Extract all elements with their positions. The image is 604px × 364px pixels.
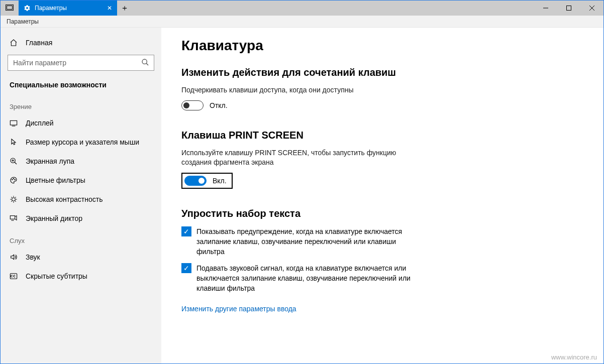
sidebar: Главная Специальные возможности Зрение Д… (1, 28, 161, 363)
task-view-icon (6, 5, 14, 12)
checkbox-sound-label: Подавать звуковой сигнал, когда на клави… (196, 263, 418, 294)
svg-line-22 (11, 197, 12, 197)
tab-settings-active[interactable]: Параметры ✕ (19, 1, 117, 16)
contrast-icon (10, 195, 19, 203)
titlebar: Параметры ✕ ＋ (1, 1, 603, 16)
watermark: www.wincore.ru (551, 353, 597, 361)
sidebar-item-captions[interactable]: Скрытые субтитры (1, 267, 161, 286)
gear-icon (24, 5, 31, 12)
svg-point-15 (13, 178, 14, 179)
section-typing-title: Упростить набор текста (181, 208, 583, 219)
svg-point-14 (12, 179, 13, 180)
svg-line-23 (15, 201, 16, 201)
tab-title: Параметры (35, 5, 103, 12)
sidebar-item-label: Скрытые субтитры (26, 272, 87, 280)
checkbox-warning[interactable]: ✓ Показывать предупреждение, когда на кл… (181, 226, 418, 257)
checkbox-warning-label: Показывать предупреждение, когда на клав… (196, 226, 418, 257)
sidebar-home-label: Главная (26, 39, 52, 47)
titlebar-left: Параметры ✕ ＋ (1, 1, 132, 16)
sidebar-item-label: Высокая контрастность (26, 195, 103, 203)
sidebar-item-magnifier[interactable]: Экранная лупа (1, 152, 161, 171)
magnifier-icon (10, 157, 19, 165)
home-icon (10, 39, 19, 47)
section-shortcut-desc: Подчеркивать клавиши доступа, когда они … (181, 85, 413, 95)
palette-icon (10, 176, 19, 184)
sidebar-item-high-contrast[interactable]: Высокая контрастность (1, 190, 161, 209)
sidebar-item-display[interactable]: Дисплей (1, 113, 161, 133)
section-shortcut-title: Изменить действия для сочетаний клавиш (181, 67, 583, 78)
section-printscreen-desc: Используйте клавишу PRINT SCREEN, чтобы … (181, 148, 413, 168)
toggle-on-label: Вкл. (213, 177, 227, 185)
link-more-input-settings[interactable]: Изменить другие параметры ввода (181, 305, 296, 313)
maximize-icon (566, 6, 571, 11)
checkbox-checked-icon: ✓ (181, 263, 191, 273)
page-title: Клавиатура (181, 38, 583, 54)
svg-rect-26 (10, 216, 15, 219)
window-controls (534, 1, 603, 16)
minimize-icon (543, 6, 548, 11)
section-printscreen-title: Клавиша PRINT SCREEN (181, 130, 583, 141)
sidebar-item-label: Размер курсора и указателя мыши (26, 138, 139, 146)
svg-point-16 (15, 179, 15, 180)
toggle-switch-on[interactable] (184, 176, 207, 186)
sidebar-item-audio[interactable]: Звук (1, 248, 161, 267)
svg-rect-3 (567, 6, 571, 11)
maximize-button[interactable] (557, 1, 580, 16)
sidebar-item-narrator[interactable]: Экранный диктор (1, 209, 161, 228)
tab-close-button[interactable]: ✕ (107, 5, 112, 12)
svg-rect-1 (7, 6, 13, 10)
narrator-icon (10, 214, 19, 222)
body: Главная Специальные возможности Зрение Д… (1, 28, 603, 363)
sidebar-item-label: Экранный диктор (26, 214, 82, 222)
sidebar-item-label: Звук (26, 253, 40, 261)
close-button[interactable] (580, 1, 603, 16)
audio-icon (10, 253, 19, 261)
search-input[interactable] (8, 55, 154, 71)
toggle-underline-access[interactable]: Откл. (181, 100, 583, 110)
main-content: Клавиатура Изменить действия для сочетан… (161, 28, 603, 363)
toggle-switch-off[interactable] (181, 100, 204, 110)
sidebar-item-label: Цветные фильтры (26, 176, 85, 184)
checkbox-sound[interactable]: ✓ Подавать звуковой сигнал, когда на кла… (181, 263, 418, 294)
new-tab-button[interactable]: ＋ (117, 1, 132, 16)
svg-line-7 (146, 63, 148, 65)
sidebar-item-color-filters[interactable]: Цветные фильтры (1, 171, 161, 190)
sidebar-section-heading: Специальные возможности (1, 76, 161, 94)
checkbox-checked-icon: ✓ (181, 226, 191, 236)
svg-line-24 (11, 201, 12, 201)
svg-rect-8 (10, 120, 17, 125)
minimize-button[interactable] (534, 1, 557, 16)
titlebar-drag[interactable] (132, 1, 534, 16)
svg-point-17 (12, 198, 16, 201)
sidebar-item-label: Дисплей (26, 119, 54, 127)
sidebar-home[interactable]: Главная (1, 35, 161, 51)
svg-line-25 (15, 197, 16, 197)
sidebar-group-vision: Зрение (1, 94, 161, 113)
sidebar-item-cursor[interactable]: Размер курсора и указателя мыши (1, 133, 161, 152)
toggle-printscreen[interactable]: Вкл. (181, 173, 233, 189)
search-icon (141, 58, 149, 66)
captions-icon (10, 273, 19, 280)
close-icon (589, 6, 594, 11)
cursor-icon (10, 138, 19, 146)
toggle-off-label: Откл. (210, 101, 228, 109)
task-view-button[interactable] (1, 1, 19, 16)
breadcrumb-bar: Параметры (1, 16, 603, 28)
search-wrap (8, 55, 154, 71)
settings-window: Параметры ✕ ＋ Параметры (0, 0, 604, 364)
sidebar-group-hearing: Слух (1, 228, 161, 248)
app-label: Параметры (7, 18, 39, 25)
display-icon (10, 119, 19, 127)
sidebar-item-label: Экранная лупа (26, 157, 74, 165)
svg-line-13 (15, 162, 17, 164)
svg-point-6 (142, 59, 147, 64)
